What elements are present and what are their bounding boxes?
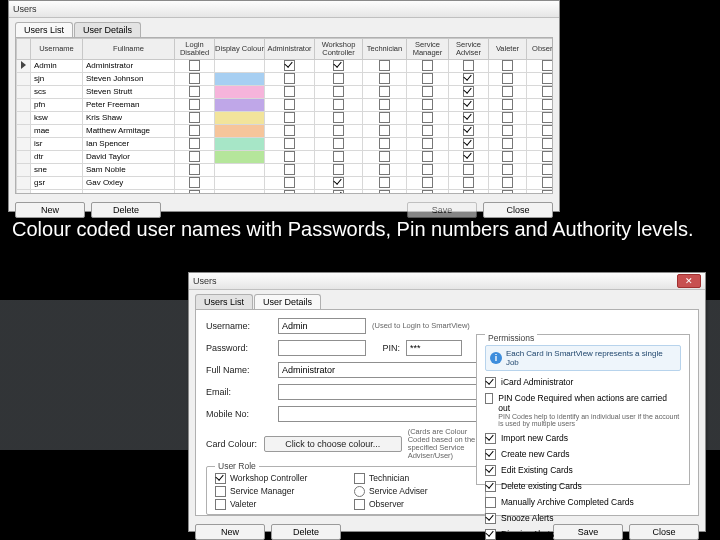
checkbox[interactable] — [284, 138, 295, 149]
checkbox[interactable] — [284, 125, 295, 136]
tab-users-list[interactable]: Users List — [195, 294, 253, 309]
radio[interactable] — [354, 486, 365, 497]
checkbox[interactable] — [284, 60, 295, 71]
role-option[interactable]: Technician — [354, 473, 477, 484]
checkbox[interactable] — [379, 138, 390, 149]
table-row[interactable]: kswKris Shaw — [17, 111, 554, 124]
checkbox[interactable] — [463, 60, 474, 71]
checkbox[interactable] — [379, 177, 390, 188]
checkbox[interactable] — [189, 177, 200, 188]
checkbox[interactable] — [189, 86, 200, 97]
role-option[interactable]: Service Adviser — [354, 486, 477, 497]
checkbox[interactable] — [333, 190, 344, 194]
checkbox[interactable] — [542, 99, 553, 110]
checkbox[interactable] — [542, 125, 553, 136]
permission-item[interactable]: Edit Existing Cards — [485, 465, 681, 476]
checkbox[interactable] — [379, 125, 390, 136]
checkbox[interactable] — [485, 433, 496, 444]
checkbox[interactable] — [379, 164, 390, 175]
checkbox[interactable] — [379, 86, 390, 97]
checkbox[interactable] — [333, 164, 344, 175]
checkbox[interactable] — [542, 190, 553, 194]
checkbox[interactable] — [189, 164, 200, 175]
checkbox[interactable] — [354, 499, 365, 510]
checkbox[interactable] — [502, 99, 513, 110]
choose-colour-button[interactable]: Click to choose colour... — [264, 436, 402, 452]
checkbox[interactable] — [485, 377, 496, 388]
fullname-input[interactable] — [278, 362, 486, 378]
checkbox[interactable] — [463, 190, 474, 194]
checkbox[interactable] — [502, 125, 513, 136]
close-icon[interactable]: ✕ — [677, 274, 701, 288]
checkbox[interactable] — [189, 60, 200, 71]
role-option[interactable]: Observer — [354, 499, 477, 510]
permission-item[interactable]: iCard Administrator — [485, 377, 681, 388]
checkbox[interactable] — [422, 73, 433, 84]
pin-input[interactable] — [406, 340, 462, 356]
checkbox[interactable] — [379, 99, 390, 110]
checkbox[interactable] — [463, 138, 474, 149]
checkbox[interactable] — [333, 99, 344, 110]
checkbox[interactable] — [189, 138, 200, 149]
table-row[interactable]: dtrDavid Taylor — [17, 150, 554, 163]
checkbox[interactable] — [542, 177, 553, 188]
checkbox[interactable] — [422, 151, 433, 162]
checkbox[interactable] — [379, 190, 390, 194]
checkbox[interactable] — [485, 465, 496, 476]
tab-user-details[interactable]: User Details — [254, 294, 321, 309]
checkbox[interactable] — [422, 112, 433, 123]
checkbox[interactable] — [422, 138, 433, 149]
checkbox[interactable] — [502, 112, 513, 123]
table-row[interactable]: sjnSteven Johnson — [17, 72, 554, 85]
checkbox[interactable] — [463, 73, 474, 84]
checkbox[interactable] — [333, 86, 344, 97]
checkbox[interactable] — [333, 138, 344, 149]
role-option[interactable]: Service Manager — [215, 486, 338, 497]
users-grid[interactable]: UsernameFullnameLogin DisabledDisplay Co… — [16, 38, 553, 194]
role-option[interactable]: Valeter — [215, 499, 338, 510]
new-button[interactable]: New — [195, 524, 265, 540]
checkbox[interactable] — [333, 151, 344, 162]
checkbox[interactable] — [485, 481, 496, 492]
checkbox[interactable] — [189, 112, 200, 123]
password-input[interactable] — [278, 340, 366, 356]
checkbox[interactable] — [542, 138, 553, 149]
permission-item[interactable]: Manually Archive Completed Cards — [485, 497, 681, 508]
checkbox[interactable] — [463, 177, 474, 188]
checkbox[interactable] — [502, 164, 513, 175]
checkbox[interactable] — [354, 473, 365, 484]
checkbox[interactable] — [333, 125, 344, 136]
checkbox[interactable] — [485, 497, 496, 508]
checkbox[interactable] — [485, 513, 496, 524]
tab-users-list[interactable]: Users List — [15, 22, 73, 37]
close-button[interactable]: Close — [483, 202, 553, 218]
checkbox[interactable] — [284, 86, 295, 97]
checkbox[interactable] — [333, 60, 344, 71]
checkbox[interactable] — [502, 86, 513, 97]
checkbox[interactable] — [379, 60, 390, 71]
permission-item[interactable]: Create new Cards — [485, 449, 681, 460]
tab-user-details[interactable]: User Details — [74, 22, 141, 37]
checkbox[interactable] — [333, 112, 344, 123]
checkbox[interactable] — [542, 86, 553, 97]
checkbox[interactable] — [422, 164, 433, 175]
permission-item[interactable]: Snooze Alerts — [485, 513, 681, 524]
table-row[interactable]: pfnPeter Freeman — [17, 98, 554, 111]
checkbox[interactable] — [463, 112, 474, 123]
checkbox[interactable] — [189, 151, 200, 162]
checkbox[interactable] — [189, 99, 200, 110]
permission-item[interactable]: Dismiss Alerts — [485, 529, 681, 540]
checkbox[interactable] — [422, 86, 433, 97]
checkbox[interactable] — [502, 60, 513, 71]
checkbox[interactable] — [284, 177, 295, 188]
table-row[interactable]: sneSam Noble — [17, 163, 554, 176]
checkbox[interactable] — [422, 125, 433, 136]
checkbox[interactable] — [463, 164, 474, 175]
permission-item[interactable]: Delete existing Cards — [485, 481, 681, 492]
checkbox[interactable] — [542, 151, 553, 162]
delete-button[interactable]: Delete — [91, 202, 161, 218]
checkbox[interactable] — [422, 177, 433, 188]
checkbox[interactable] — [502, 190, 513, 194]
permission-item[interactable]: Import new Cards — [485, 433, 681, 444]
checkbox[interactable] — [542, 164, 553, 175]
